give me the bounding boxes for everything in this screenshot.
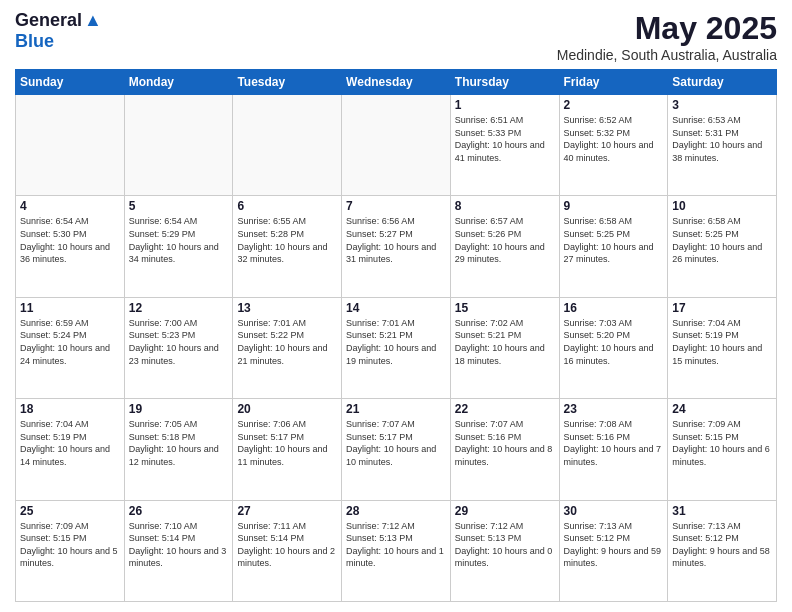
calendar-cell-w4-d7: 24Sunrise: 7:09 AMSunset: 5:15 PMDayligh… — [668, 399, 777, 500]
day-number: 21 — [346, 402, 446, 416]
calendar-cell-w5-d7: 31Sunrise: 7:13 AMSunset: 5:12 PMDayligh… — [668, 500, 777, 601]
title-section: May 2025 Medindie, South Australia, Aust… — [557, 10, 777, 63]
day-info: Sunrise: 7:01 AMSunset: 5:22 PMDaylight:… — [237, 317, 337, 367]
day-info: Sunrise: 6:54 AMSunset: 5:30 PMDaylight:… — [20, 215, 120, 265]
day-info: Sunrise: 6:58 AMSunset: 5:25 PMDaylight:… — [564, 215, 664, 265]
calendar-cell-w4-d2: 19Sunrise: 7:05 AMSunset: 5:18 PMDayligh… — [124, 399, 233, 500]
day-number: 6 — [237, 199, 337, 213]
day-number: 29 — [455, 504, 555, 518]
day-info: Sunrise: 6:55 AMSunset: 5:28 PMDaylight:… — [237, 215, 337, 265]
week-row-4: 18Sunrise: 7:04 AMSunset: 5:19 PMDayligh… — [16, 399, 777, 500]
day-info: Sunrise: 7:13 AMSunset: 5:12 PMDaylight:… — [564, 520, 664, 570]
day-info: Sunrise: 6:59 AMSunset: 5:24 PMDaylight:… — [20, 317, 120, 367]
header-thursday: Thursday — [450, 70, 559, 95]
calendar-cell-w2-d5: 8Sunrise: 6:57 AMSunset: 5:26 PMDaylight… — [450, 196, 559, 297]
calendar-cell-w5-d3: 27Sunrise: 7:11 AMSunset: 5:14 PMDayligh… — [233, 500, 342, 601]
calendar-cell-w1-d7: 3Sunrise: 6:53 AMSunset: 5:31 PMDaylight… — [668, 95, 777, 196]
day-info: Sunrise: 6:56 AMSunset: 5:27 PMDaylight:… — [346, 215, 446, 265]
calendar-cell-w1-d1 — [16, 95, 125, 196]
calendar-cell-w4-d3: 20Sunrise: 7:06 AMSunset: 5:17 PMDayligh… — [233, 399, 342, 500]
calendar-cell-w2-d1: 4Sunrise: 6:54 AMSunset: 5:30 PMDaylight… — [16, 196, 125, 297]
day-number: 16 — [564, 301, 664, 315]
day-number: 20 — [237, 402, 337, 416]
day-number: 31 — [672, 504, 772, 518]
day-number: 23 — [564, 402, 664, 416]
day-info: Sunrise: 7:04 AMSunset: 5:19 PMDaylight:… — [672, 317, 772, 367]
logo: General ▲ Blue — [15, 10, 102, 52]
day-number: 17 — [672, 301, 772, 315]
calendar-cell-w4-d6: 23Sunrise: 7:08 AMSunset: 5:16 PMDayligh… — [559, 399, 668, 500]
calendar-cell-w3-d7: 17Sunrise: 7:04 AMSunset: 5:19 PMDayligh… — [668, 297, 777, 398]
day-number: 7 — [346, 199, 446, 213]
month-title: May 2025 — [557, 10, 777, 47]
calendar-cell-w4-d1: 18Sunrise: 7:04 AMSunset: 5:19 PMDayligh… — [16, 399, 125, 500]
calendar-cell-w3-d1: 11Sunrise: 6:59 AMSunset: 5:24 PMDayligh… — [16, 297, 125, 398]
day-info: Sunrise: 7:00 AMSunset: 5:23 PMDaylight:… — [129, 317, 229, 367]
day-number: 12 — [129, 301, 229, 315]
day-number: 30 — [564, 504, 664, 518]
header-sunday: Sunday — [16, 70, 125, 95]
calendar-cell-w5-d2: 26Sunrise: 7:10 AMSunset: 5:14 PMDayligh… — [124, 500, 233, 601]
day-number: 24 — [672, 402, 772, 416]
calendar-cell-w5-d1: 25Sunrise: 7:09 AMSunset: 5:15 PMDayligh… — [16, 500, 125, 601]
logo-blue-text: Blue — [15, 31, 54, 52]
day-number: 22 — [455, 402, 555, 416]
day-info: Sunrise: 7:07 AMSunset: 5:16 PMDaylight:… — [455, 418, 555, 468]
week-row-1: 1Sunrise: 6:51 AMSunset: 5:33 PMDaylight… — [16, 95, 777, 196]
day-info: Sunrise: 7:01 AMSunset: 5:21 PMDaylight:… — [346, 317, 446, 367]
calendar-cell-w5-d5: 29Sunrise: 7:12 AMSunset: 5:13 PMDayligh… — [450, 500, 559, 601]
calendar-cell-w3-d2: 12Sunrise: 7:00 AMSunset: 5:23 PMDayligh… — [124, 297, 233, 398]
day-info: Sunrise: 6:52 AMSunset: 5:32 PMDaylight:… — [564, 114, 664, 164]
calendar-cell-w2-d2: 5Sunrise: 6:54 AMSunset: 5:29 PMDaylight… — [124, 196, 233, 297]
calendar-cell-w1-d4 — [342, 95, 451, 196]
day-info: Sunrise: 7:02 AMSunset: 5:21 PMDaylight:… — [455, 317, 555, 367]
calendar-cell-w2-d6: 9Sunrise: 6:58 AMSunset: 5:25 PMDaylight… — [559, 196, 668, 297]
day-info: Sunrise: 6:57 AMSunset: 5:26 PMDaylight:… — [455, 215, 555, 265]
header-tuesday: Tuesday — [233, 70, 342, 95]
day-number: 19 — [129, 402, 229, 416]
calendar-cell-w2-d3: 6Sunrise: 6:55 AMSunset: 5:28 PMDaylight… — [233, 196, 342, 297]
calendar-header-row: Sunday Monday Tuesday Wednesday Thursday… — [16, 70, 777, 95]
day-number: 18 — [20, 402, 120, 416]
day-info: Sunrise: 6:54 AMSunset: 5:29 PMDaylight:… — [129, 215, 229, 265]
day-info: Sunrise: 7:07 AMSunset: 5:17 PMDaylight:… — [346, 418, 446, 468]
calendar-cell-w3-d6: 16Sunrise: 7:03 AMSunset: 5:20 PMDayligh… — [559, 297, 668, 398]
page: General ▲ Blue May 2025 Medindie, South … — [0, 0, 792, 612]
location-title: Medindie, South Australia, Australia — [557, 47, 777, 63]
calendar-cell-w1-d2 — [124, 95, 233, 196]
day-number: 10 — [672, 199, 772, 213]
day-info: Sunrise: 6:53 AMSunset: 5:31 PMDaylight:… — [672, 114, 772, 164]
day-info: Sunrise: 7:10 AMSunset: 5:14 PMDaylight:… — [129, 520, 229, 570]
day-info: Sunrise: 7:05 AMSunset: 5:18 PMDaylight:… — [129, 418, 229, 468]
week-row-5: 25Sunrise: 7:09 AMSunset: 5:15 PMDayligh… — [16, 500, 777, 601]
day-info: Sunrise: 7:04 AMSunset: 5:19 PMDaylight:… — [20, 418, 120, 468]
calendar-cell-w1-d3 — [233, 95, 342, 196]
day-info: Sunrise: 6:58 AMSunset: 5:25 PMDaylight:… — [672, 215, 772, 265]
calendar-table: Sunday Monday Tuesday Wednesday Thursday… — [15, 69, 777, 602]
calendar-cell-w2-d7: 10Sunrise: 6:58 AMSunset: 5:25 PMDayligh… — [668, 196, 777, 297]
calendar-cell-w5-d4: 28Sunrise: 7:12 AMSunset: 5:13 PMDayligh… — [342, 500, 451, 601]
day-number: 1 — [455, 98, 555, 112]
calendar-cell-w2-d4: 7Sunrise: 6:56 AMSunset: 5:27 PMDaylight… — [342, 196, 451, 297]
header: General ▲ Blue May 2025 Medindie, South … — [15, 10, 777, 63]
day-number: 8 — [455, 199, 555, 213]
calendar-cell-w5-d6: 30Sunrise: 7:13 AMSunset: 5:12 PMDayligh… — [559, 500, 668, 601]
day-number: 28 — [346, 504, 446, 518]
calendar-cell-w4-d4: 21Sunrise: 7:07 AMSunset: 5:17 PMDayligh… — [342, 399, 451, 500]
day-number: 13 — [237, 301, 337, 315]
day-info: Sunrise: 7:08 AMSunset: 5:16 PMDaylight:… — [564, 418, 664, 468]
day-info: Sunrise: 6:51 AMSunset: 5:33 PMDaylight:… — [455, 114, 555, 164]
calendar-cell-w3-d4: 14Sunrise: 7:01 AMSunset: 5:21 PMDayligh… — [342, 297, 451, 398]
header-wednesday: Wednesday — [342, 70, 451, 95]
week-row-2: 4Sunrise: 6:54 AMSunset: 5:30 PMDaylight… — [16, 196, 777, 297]
header-monday: Monday — [124, 70, 233, 95]
day-number: 25 — [20, 504, 120, 518]
logo-general-text: General — [15, 10, 82, 31]
day-number: 11 — [20, 301, 120, 315]
day-number: 26 — [129, 504, 229, 518]
day-info: Sunrise: 7:06 AMSunset: 5:17 PMDaylight:… — [237, 418, 337, 468]
day-info: Sunrise: 7:12 AMSunset: 5:13 PMDaylight:… — [455, 520, 555, 570]
day-info: Sunrise: 7:03 AMSunset: 5:20 PMDaylight:… — [564, 317, 664, 367]
day-number: 4 — [20, 199, 120, 213]
calendar-cell-w3-d3: 13Sunrise: 7:01 AMSunset: 5:22 PMDayligh… — [233, 297, 342, 398]
